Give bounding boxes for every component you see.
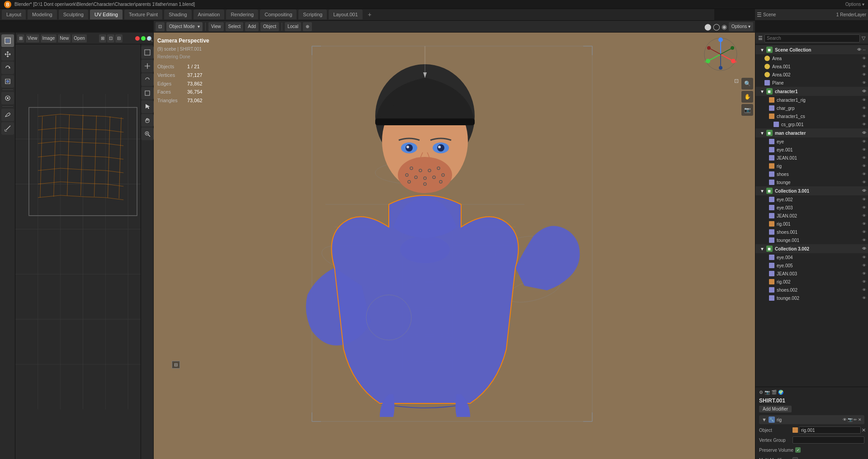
collection-character1[interactable]: ▼ ◼ character1 👁	[755, 87, 868, 96]
outliner-area[interactable]: Area 👁	[755, 54, 868, 62]
add-menu-btn[interactable]: Add	[245, 22, 259, 31]
char1-eye[interactable]: 👁	[862, 89, 866, 94]
eye004-eye[interactable]: 👁	[862, 255, 866, 260]
viewport-shading-solid-btn[interactable]: ⬤	[704, 23, 712, 30]
add-modifier-btn[interactable]: Add Modifier	[759, 406, 792, 412]
collection-scene[interactable]: ▼ ◼ Scene Collection 👁 ↔	[755, 45, 868, 54]
uv-scale-tool[interactable]	[1, 75, 14, 88]
outliner-tounge[interactable]: tounge 👁	[755, 178, 868, 186]
uv-rt-move[interactable]	[141, 60, 154, 72]
uv-rt-scale[interactable]	[141, 87, 154, 99]
tab-compositing[interactable]: Compositing	[260, 9, 297, 19]
viewport-3d[interactable]: Camera Perspective (9) scebe | SHIRT.001…	[154, 33, 755, 459]
outliner-shoes-001[interactable]: shoes.001 👁	[755, 228, 868, 236]
char1-rig-eye[interactable]: 👁	[862, 98, 866, 102]
shoes-eye[interactable]: 👁	[862, 172, 866, 176]
shoes002-eye[interactable]: 👁	[862, 288, 866, 292]
uv-rt-hand[interactable]	[141, 114, 154, 127]
select-menu-btn[interactable]: Select	[226, 22, 244, 31]
uv-editor-icon-btn[interactable]: ⊞	[17, 34, 24, 43]
eye-icon-scene[interactable]: 👁	[857, 47, 861, 52]
outliner-eye-002[interactable]: eye.002 👁	[755, 195, 868, 203]
prop-icon-1[interactable]: ⚙	[759, 390, 763, 395]
uv-canvas[interactable]	[15, 44, 153, 459]
area002-eye[interactable]: 👁	[862, 72, 866, 77]
tounge-eye[interactable]: 👁	[862, 180, 866, 185]
plane-eye[interactable]: 👁	[862, 80, 866, 85]
tab-layout-001[interactable]: Layout.001	[329, 9, 362, 19]
uv-rt-zoom[interactable]	[141, 128, 154, 140]
select-icon-scene[interactable]: ↔	[862, 47, 866, 52]
prop-icon-3[interactable]: 🎬	[771, 390, 777, 395]
uv-new-btn[interactable]: New	[58, 34, 71, 43]
prop-icon-4[interactable]: 🌍	[778, 390, 783, 395]
tounge002-eye[interactable]: 👁	[862, 296, 866, 300]
tab-modeling[interactable]: Modeling	[28, 9, 57, 19]
outliner-eye-004[interactable]: eye.004 👁	[755, 253, 868, 261]
outliner-eye-001[interactable]: eye.001 👁	[755, 146, 868, 154]
outliner-shoes[interactable]: shoes 👁	[755, 170, 868, 178]
outliner-cs-grp-001[interactable]: cs_grp.001 👁	[755, 120, 868, 128]
coll3002-eye[interactable]: 👁	[862, 246, 866, 251]
outliner-rig-002[interactable]: rig.002 👁	[755, 278, 868, 286]
object-clear-btn[interactable]: ✕	[862, 427, 866, 433]
uv-rotate-tool[interactable]	[1, 62, 14, 74]
vertex-group-input[interactable]	[793, 436, 864, 444]
mod-vis-btn[interactable]: 👁	[843, 417, 847, 422]
jean003-eye[interactable]: 👁	[862, 271, 866, 276]
jean002-eye[interactable]: 👁	[862, 213, 866, 218]
tab-scripting[interactable]: Scripting	[298, 9, 327, 19]
area001-eye[interactable]: 👁	[862, 64, 866, 69]
uv-rt-cursor[interactable]	[141, 100, 154, 113]
uv-rt-rotate[interactable]	[141, 73, 154, 86]
prop-icon-2[interactable]: 📷	[764, 390, 770, 395]
frame-lock-icon[interactable]: ⊡	[734, 78, 739, 84]
view-menu-btn[interactable]: View	[208, 22, 224, 31]
pivot-btn[interactable]: Local	[285, 22, 301, 31]
shoes001-eye[interactable]: 👁	[862, 230, 866, 234]
multi-modifier-checkbox[interactable]	[793, 457, 798, 459]
outliner-rig[interactable]: rig 👁	[755, 162, 868, 170]
navigation-gizmo[interactable]: Z X Y	[703, 36, 739, 72]
measure-tool[interactable]	[1, 122, 14, 135]
preserve-volume-checkbox[interactable]: ✓	[795, 447, 801, 453]
uv-mode-btn-2[interactable]: ⊡	[107, 34, 114, 43]
uv-move-tool[interactable]	[1, 48, 14, 61]
snap-btn[interactable]: ⊕	[303, 22, 312, 31]
tab-shading[interactable]: Shading	[164, 9, 191, 19]
mod-render-btn[interactable]: 📷	[848, 417, 853, 422]
outliner-shoes-002[interactable]: shoes.002 👁	[755, 286, 868, 294]
object-menu-btn[interactable]: Object	[260, 22, 279, 31]
uv-select-tool[interactable]	[1, 34, 14, 47]
man-char-eye[interactable]: 👁	[862, 131, 866, 135]
coll3001-eye[interactable]: 👁	[862, 189, 866, 193]
uv-rt-select[interactable]	[141, 46, 154, 59]
add-workspace-tab[interactable]: +	[364, 9, 375, 19]
eye-obj-eye[interactable]: 👁	[862, 139, 866, 144]
outliner-filter-icon[interactable]: ▽	[862, 35, 865, 41]
viewport-options-widget[interactable]: ⊟	[172, 361, 180, 369]
uv-mode-btn-1[interactable]: ⊞	[99, 34, 106, 43]
tab-sculpting[interactable]: Sculpting	[59, 9, 88, 19]
outliner-char1-cs[interactable]: character1_cs 👁	[755, 112, 868, 120]
viewport-shading-mat-btn[interactable]: ◯	[713, 23, 720, 30]
eye002-eye[interactable]: 👁	[862, 197, 866, 202]
hand-btn[interactable]: ✋	[741, 91, 753, 103]
area-eye[interactable]: 👁	[862, 56, 866, 61]
outliner-area-002[interactable]: Area.002 👁	[755, 71, 868, 79]
uv-image-btn[interactable]: Image	[41, 34, 57, 43]
outliner-char1-rig[interactable]: character1_rig 👁	[755, 96, 868, 104]
outliner-eye[interactable]: eye 👁	[755, 137, 868, 146]
rig-eye[interactable]: 👁	[862, 164, 866, 168]
jean001-eye[interactable]: 👁	[862, 156, 866, 160]
uv-view-btn[interactable]: View	[26, 34, 39, 43]
eye005-eye[interactable]: 👁	[862, 263, 866, 268]
tab-uv-editing[interactable]: UV Editing	[90, 9, 123, 19]
tab-animation[interactable]: Animation	[193, 9, 225, 19]
eye003-eye[interactable]: 👁	[862, 205, 866, 210]
magnify-btn[interactable]: 🔍	[741, 78, 753, 90]
tab-texture-paint[interactable]: Texture Paint	[124, 9, 162, 19]
object-field-input[interactable]	[799, 426, 861, 434]
outliner-eye-005[interactable]: eye.005 👁	[755, 261, 868, 270]
viewport-shading-render-btn[interactable]: ◉	[722, 23, 727, 30]
